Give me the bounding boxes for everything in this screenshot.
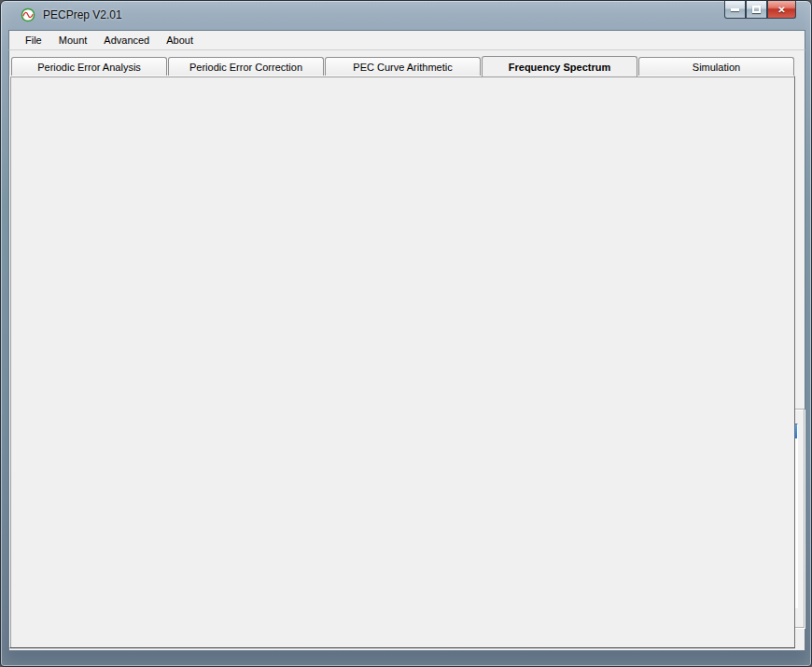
title-bar[interactable]: PECPrep V2.01 ✕: [1, 1, 811, 29]
tab-pec-curve-arithmetic[interactable]: PEC Curve Arithmetic: [325, 57, 481, 76]
menu-item-mount[interactable]: Mount: [50, 33, 96, 48]
maximize-icon: [752, 6, 761, 13]
tab-strip: Periodic Error AnalysisPeriodic Error Co…: [11, 57, 795, 76]
window-controls: ✕: [724, 1, 796, 19]
close-button[interactable]: ✕: [767, 1, 796, 19]
close-icon: ✕: [777, 5, 785, 15]
menu-item-file[interactable]: File: [17, 33, 50, 48]
minimize-icon: [731, 8, 739, 11]
app-icon: [21, 7, 35, 22]
tab-frequency-spectrum[interactable]: Frequency Spectrum: [482, 56, 637, 76]
tab-periodic-error-correction[interactable]: Periodic Error Correction: [168, 57, 324, 76]
app-window: PECPrep V2.01 ✕ FileMountAdvancedAbout P…: [0, 0, 812, 667]
maximize-button[interactable]: [746, 1, 767, 19]
menu-item-advanced[interactable]: Advanced: [95, 33, 158, 48]
tab-page: [9, 76, 795, 648]
client-area: Periodic Error AnalysisPeriodic Error Co…: [8, 50, 805, 651]
window-title: PECPrep V2.01: [43, 8, 122, 21]
tab-simulation[interactable]: Simulation: [638, 57, 794, 76]
menu-item-about[interactable]: About: [158, 33, 202, 48]
tab-periodic-error-analysis[interactable]: Periodic Error Analysis: [11, 57, 167, 76]
minimize-button[interactable]: [724, 1, 746, 19]
menu-bar: FileMountAdvancedAbout: [8, 30, 805, 50]
